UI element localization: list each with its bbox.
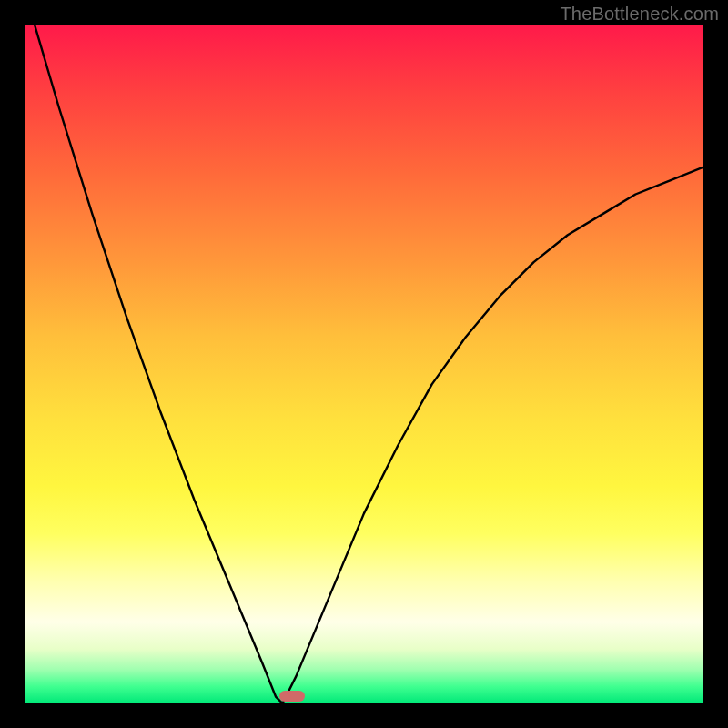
watermark-text: TheBottleneck.com	[560, 4, 719, 25]
chart-frame: TheBottleneck.com	[0, 0, 728, 728]
optimal-marker	[279, 691, 305, 702]
bottleneck-curve	[25, 25, 703, 703]
plot-area	[25, 25, 703, 703]
